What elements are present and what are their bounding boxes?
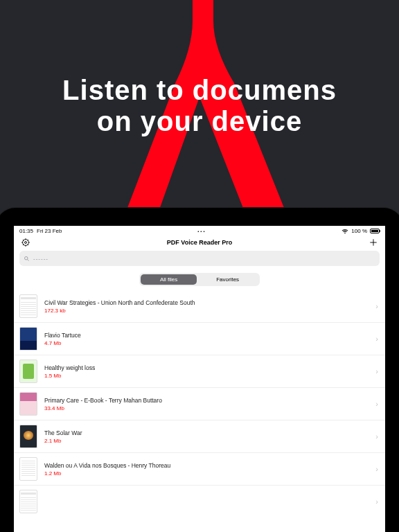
file-thumbnail: [19, 327, 37, 351]
list-item[interactable]: Flavio Tartuce 4.7 Mb ›: [14, 322, 385, 355]
list-item[interactable]: ›: [14, 485, 385, 517]
file-title: The Solar War: [44, 429, 369, 436]
file-title: Walden ou A Vida nos Bosques - Henry Tho…: [44, 462, 369, 469]
search-field[interactable]: ------: [19, 251, 380, 266]
file-size: 1.5 Mb: [44, 373, 369, 379]
file-title: Healthy weight loss: [44, 364, 369, 371]
file-title: Civil War Strategies - Union North and C…: [44, 299, 369, 306]
file-size: 172.3 kb: [44, 308, 369, 314]
app-screen: 01:35 Fri 23 Feb ••• 100 % PDF Voice Rea…: [14, 226, 385, 532]
list-item[interactable]: Healthy weight loss 1.5 Mb ›: [14, 355, 385, 387]
search-placeholder: ------: [33, 256, 48, 262]
file-thumbnail: [19, 294, 37, 318]
file-thumbnail: [19, 392, 37, 416]
battery-icon: [370, 229, 380, 233]
chevron-right-icon: ›: [375, 400, 380, 408]
settings-button[interactable]: [21, 238, 30, 247]
svg-point-0: [23, 240, 29, 246]
file-size: 33.4 Mb: [44, 405, 369, 411]
app-title: PDF Voice Reader Pro: [167, 239, 232, 246]
status-time: 01:35: [19, 228, 33, 234]
file-thumbnail: [19, 490, 37, 513]
svg-point-1: [25, 242, 27, 244]
list-item[interactable]: The Solar War 2.1 Mb ›: [14, 420, 385, 452]
list-item[interactable]: Primary Care - E-Book - Terry Mahan Butt…: [14, 387, 385, 420]
nav-bar: PDF Voice Reader Pro: [14, 235, 385, 249]
tablet-frame: 01:35 Fri 23 Feb ••• 100 % PDF Voice Rea…: [0, 208, 399, 532]
chevron-right-icon: ›: [375, 497, 380, 506]
file-size: 4.7 Mb: [44, 340, 369, 346]
wifi-icon: [342, 229, 348, 234]
chevron-right-icon: ›: [375, 465, 380, 473]
file-size: 1.2 Mb: [44, 470, 369, 477]
tab-favorites[interactable]: Favorites: [197, 274, 258, 285]
svg-point-2: [25, 257, 28, 260]
list-item[interactable]: Walden ou A Vida nos Bosques - Henry Tho…: [14, 452, 385, 485]
promo-headline: Listen to documens on your device: [0, 75, 399, 137]
status-battery-pct: 100 %: [351, 228, 367, 234]
filter-segmented-control[interactable]: All files Favorites: [139, 273, 260, 286]
file-size: 2.1 Mb: [44, 438, 369, 444]
file-title: Primary Care - E-Book - Terry Mahan Butt…: [44, 397, 369, 404]
chevron-right-icon: ›: [375, 367, 380, 375]
search-icon: [24, 252, 30, 265]
chevron-right-icon: ›: [375, 432, 380, 441]
chevron-right-icon: ›: [375, 335, 380, 343]
tab-all-files[interactable]: All files: [141, 274, 197, 285]
chevron-right-icon: ›: [375, 302, 380, 310]
headline-line2: on your device: [97, 106, 302, 136]
file-title: Flavio Tartuce: [44, 332, 369, 339]
file-list: Civil War Strategies - Union North and C…: [14, 290, 385, 532]
file-thumbnail: [19, 360, 37, 383]
status-dots: •••: [62, 229, 342, 233]
file-thumbnail: [19, 457, 37, 481]
add-button[interactable]: [369, 238, 378, 247]
status-bar: 01:35 Fri 23 Feb ••• 100 %: [14, 226, 385, 235]
headline-line1: Listen to documens: [62, 75, 337, 105]
status-date: Fri 23 Feb: [37, 228, 62, 234]
file-thumbnail: [19, 425, 37, 448]
list-item[interactable]: Civil War Strategies - Union North and C…: [14, 290, 385, 322]
